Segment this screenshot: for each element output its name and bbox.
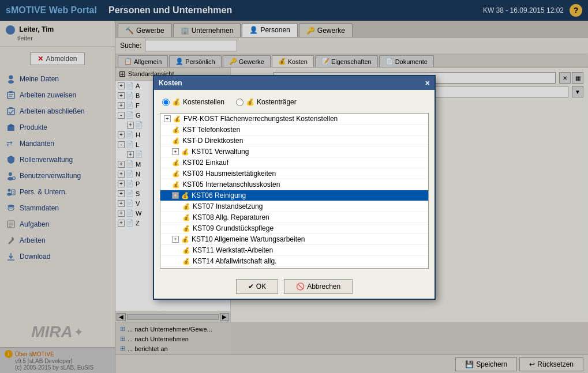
item-icon-kst05: 💰: [172, 181, 180, 189]
modal-list[interactable]: + 💰 FVR-KOST Flächenverrechungstest Kost…: [160, 113, 429, 269]
modal-title: Kosten: [159, 79, 182, 87]
modal-close-button[interactable]: ×: [425, 78, 430, 88]
cancel-button[interactable]: 🚫 Abbrechen: [284, 279, 353, 294]
list-item-kst-d[interactable]: 💰 KST-D Direktkosten: [160, 135, 428, 146]
item-icon-kst-tel: 💰: [172, 126, 180, 134]
list-item-kst02[interactable]: 💰 KST02 Einkauf: [160, 157, 428, 168]
ok-icon: ✔: [248, 282, 254, 291]
modal-titlebar: Kosten ×: [154, 76, 435, 90]
expand-kst06[interactable]: +: [172, 192, 179, 199]
item-icon-fvr-kost: 💰: [173, 115, 181, 123]
list-item-kst10[interactable]: + 💰 KST10 Allgemeine Wartungsarbeiten: [160, 234, 428, 245]
item-icon-kst03: 💰: [172, 170, 180, 178]
cancel-icon: 🚫: [296, 282, 305, 291]
list-item-kst07[interactable]: 💰 KST07 Instandsetzung: [160, 201, 428, 212]
list-item-kst14[interactable]: 💰 KST14 Abfallwirtschaft allg.: [160, 256, 428, 267]
list-item-kst06[interactable]: + 💰 KST06 Reinigung: [160, 190, 428, 201]
list-item-kst03[interactable]: 💰 KST03 Hausmeistertätigkeiten: [160, 168, 428, 179]
kosten-modal: Kosten × 💰 Kostenstellen 💰 Kostenträger: [153, 75, 436, 300]
item-icon-kst09: 💰: [182, 225, 190, 232]
item-icon-kst01: 💰: [181, 148, 189, 156]
list-item-kst11[interactable]: 💰 KST11 Werkstatt-Arbeiten: [160, 245, 428, 256]
list-item-kst-tel[interactable]: 💰 KST Telefonkosten: [160, 125, 428, 135]
list-item-kst01[interactable]: + 💰 KST01 Verwaltung: [160, 146, 428, 157]
item-icon-kst02: 💰: [172, 159, 180, 167]
radio-kostenstellen[interactable]: 💰 Kostenstellen: [162, 98, 224, 106]
modal-body: 💰 Kostenstellen 💰 Kostenträger + 💰 FVR-K…: [154, 90, 435, 274]
item-icon-kst11: 💰: [182, 247, 190, 254]
expand-kst10[interactable]: +: [172, 236, 179, 243]
ok-button[interactable]: ✔ OK: [236, 279, 278, 294]
expand-kst01[interactable]: +: [172, 148, 179, 155]
radio-kostenstellen-input[interactable]: [162, 99, 170, 106]
item-icon-kst10: 💰: [181, 236, 189, 243]
radio-kostentrager-input[interactable]: [236, 99, 244, 106]
radio-kostentráger[interactable]: 💰 Kostenträger: [236, 98, 297, 106]
item-icon-kst14: 💰: [182, 258, 190, 265]
item-icon-kst07: 💰: [182, 203, 190, 210]
modal-buttons: ✔ OK 🚫 Abbrechen: [154, 274, 435, 299]
item-icon-kst06: 💰: [181, 192, 189, 199]
item-icon-kst08: 💰: [182, 214, 190, 221]
list-item-fvr-kost[interactable]: + 💰 FVR-KOST Flächenverrechungstest Kost…: [160, 114, 428, 125]
item-icon-kst-d: 💰: [172, 137, 180, 145]
kostenstellen-icon: 💰: [172, 98, 181, 106]
list-item-kst05[interactable]: 💰 KST05 Internetanschlusskosten: [160, 179, 428, 190]
modal-overlay: Kosten × 💰 Kostenstellen 💰 Kostenträger: [0, 0, 588, 373]
kostentrager-icon: 💰: [246, 98, 254, 106]
expand-fvr-kost[interactable]: +: [164, 115, 171, 122]
modal-radio-group: 💰 Kostenstellen 💰 Kostenträger: [160, 96, 429, 108]
list-item-kst09[interactable]: 💰 KST09 Grundstückspflege: [160, 223, 428, 234]
list-item-kst08[interactable]: 💰 KST08 Allg. Reparaturen: [160, 212, 428, 223]
